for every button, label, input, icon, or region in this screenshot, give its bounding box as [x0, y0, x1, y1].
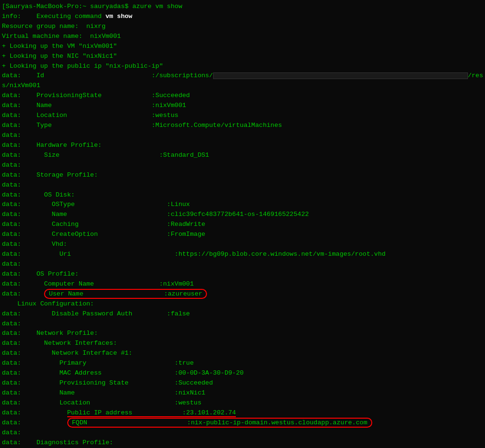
username-line: data: User Name :azureuser [0, 289, 485, 299]
blank-line-6: data: [0, 428, 485, 438]
nic-location-line: data: Location :westus [0, 398, 485, 408]
blank-line-3: data: [0, 180, 485, 190]
network-profile-header: data: Network Profile: [0, 329, 485, 339]
fqdn-circled: FQDN :nix-public-ip-domain.westus.clouda… [67, 418, 372, 428]
blank-line-2: data: [0, 161, 485, 170]
lookup-vm-line: + Looking up the VM "nixVm001" [0, 42, 485, 52]
uri-line: data: Uri :https://bg09p.blob.core.windo… [0, 250, 485, 260]
disk-name-line: data: Name :clic39cfc483772b641-os-14691… [0, 210, 485, 220]
mac-address-line: data: MAC Address :00-0D-3A-30-D9-20 [0, 368, 485, 378]
diagnostics-profile-header: data: Diagnostics Profile: [0, 438, 485, 448]
prompt-text: [Sauryas-MacBook-Pro:~ sauryadas$ azure … [2, 3, 182, 10]
blank-line-1: data: [0, 131, 485, 141]
os-disk-header: data: OS Disk: [0, 190, 485, 200]
cmd-highlight: vm show [106, 13, 133, 20]
type-line: data: Type :Microsoft.Compute/virtualMac… [0, 121, 485, 131]
blank-line-4: data: [0, 260, 485, 269]
primary-line: data: Primary :true [0, 358, 485, 368]
fqdn-line: data: FQDN :nix-public-ip-domain.westus.… [0, 418, 485, 428]
vhd-line: data: Vhd: [0, 240, 485, 250]
createoption-line: data: CreateOption :FromImage [0, 230, 485, 240]
blank-line-5: data: [0, 319, 485, 329]
id-line: data: Id :/subscriptions/ /res [0, 71, 485, 81]
lookup-ip-line: + Looking up the public ip "nix-public-i… [0, 62, 485, 72]
hw-size-line: data: Size :Standard_DS1 [0, 151, 485, 161]
storage-profile-header: data: Storage Profile: [0, 170, 485, 180]
os-profile-header: data: OS Profile: [0, 269, 485, 279]
provisioning-line: data: ProvisioningState :Succeeded [0, 91, 485, 101]
location-line: data: Location :westus [0, 111, 485, 121]
nic-provisioning-line: data: Provisioning State :Succeeded [0, 378, 485, 388]
info-line: info: Executing command vm show [0, 12, 485, 22]
nic1-header: data: Network Interface #1: [0, 349, 485, 358]
network-interfaces-header: data: Network Interfaces: [0, 339, 485, 349]
username-circled: User Name :azureuser [44, 289, 207, 299]
name-line: data: Name :nixVm001 [0, 101, 485, 111]
caching-line: data: Caching :ReadWrite [0, 220, 485, 230]
redacted-id [213, 72, 468, 79]
disable-pw-line: data: Disable Password Auth :false [0, 309, 485, 319]
public-ip-underlined: Public IP address :23.101.202.74 [67, 409, 236, 417]
lookup-nic-line: + Looking up the NIC "nixNic1" [0, 52, 485, 62]
public-ip-line: data: Public IP address :23.101.202.74 [0, 408, 485, 418]
info-prefix: info: Executing command [2, 13, 106, 20]
prompt-line: [Sauryas-MacBook-Pro:~ sauryadas$ azure … [0, 2, 485, 12]
ostype-line: data: OSType :Linux [0, 200, 485, 210]
nic-name-line: data: Name :nixNic1 [0, 388, 485, 398]
vm-name-line: Virtual machine name: nixVm001 [0, 32, 485, 42]
id-line2: s/nixVm001 [0, 81, 485, 91]
linux-config-line: Linux Configuration: [0, 299, 485, 309]
hw-profile-header: data: Hardware Profile: [0, 141, 485, 151]
resource-group-line: Resource group name: nixrg [0, 22, 485, 32]
computer-name-line: data: Computer Name :nixVm001 [0, 279, 485, 289]
terminal-window: [Sauryas-MacBook-Pro:~ sauryadas$ azure … [0, 0, 485, 448]
